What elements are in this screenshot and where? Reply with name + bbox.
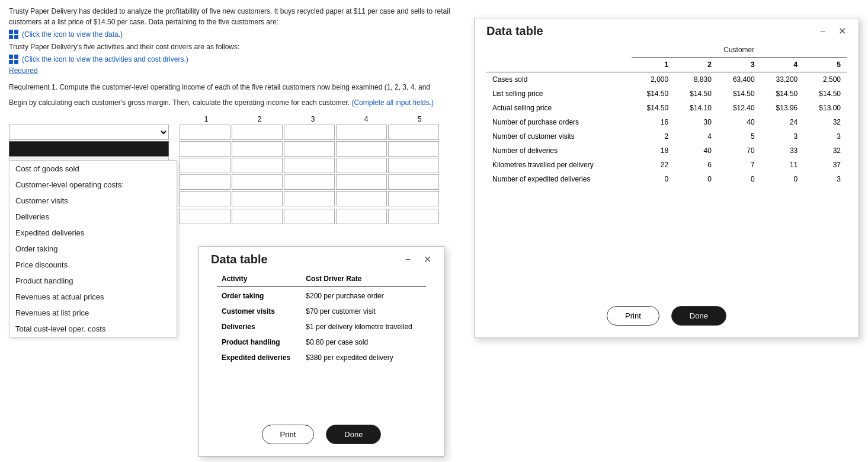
data-table-front-print[interactable]: Print [262,425,315,444]
col-num-3: 3 [718,58,761,72]
data-table-front-footer: Print Done [199,413,444,456]
customer-group-header: Customer [632,43,847,58]
activity-name-1: Customer visits [217,304,301,319]
dropdown-item-ed[interactable]: Expedited deliveries [9,225,177,241]
activity-name-4: Expedited deliveries [217,350,301,365]
row-3-4[interactable] [336,158,387,173]
row-4-4[interactable] [336,174,387,190]
row-3-1[interactable] [180,158,230,173]
row-dark-input-3[interactable] [284,141,335,157]
row-input-1-5[interactable] [388,125,439,140]
data-table-back-row: Number of expedited deliveries00003 [486,172,847,186]
row-select-dropdown[interactable] [9,125,169,140]
row-5-1[interactable] [180,191,230,206]
modal-back-controls: − ✕ [816,24,850,38]
activity-table-wrapper: Activity Cost Driver Rate Order taking$2… [199,271,444,365]
activity-icon-link[interactable]: (Click the icon to view the activities a… [9,55,459,64]
back-cell-2-2: $12.40 [718,101,761,115]
row-3-2[interactable] [232,158,283,173]
row-dark-input-5[interactable] [388,141,439,157]
col-header-3: 3 [286,115,339,123]
row-input-1-4[interactable] [336,125,387,140]
row-5-5[interactable] [388,191,439,206]
back-cell-5-1: 40 [674,144,718,158]
back-cell-0-3: 33,200 [761,72,804,87]
activity-link-text: (Click the icon to view the activities a… [22,55,188,63]
dropdown-item-ph[interactable]: Product handling [9,273,177,289]
row-dark-input-4[interactable] [336,141,387,157]
row-5-3[interactable] [284,191,335,206]
activity-table: Activity Cost Driver Rate Order taking$2… [217,271,426,365]
empty-header [486,43,632,58]
row-4-2[interactable] [232,174,283,190]
dropdown-item-ot[interactable]: Order taking [9,241,177,257]
dropdown-item-tcoc[interactable]: Total cust-level oper. costs [9,321,177,337]
activity-row: Product handling$0.80 per case sold [217,334,426,350]
back-cell-6-0: 22 [632,158,675,172]
activity-table-body: Order taking$200 per purchase orderCusto… [217,287,426,366]
data-table-back-print[interactable]: Print [607,306,659,326]
data-table-back-row: Number of customer visits24533 [486,129,847,144]
dropdown-item-del[interactable]: Deliveries [9,209,177,225]
intro-line2: Trusty Paper Delivery's five activities … [9,42,459,52]
dropdown-item-cogs[interactable]: Cost of goods sold [9,161,177,177]
dropdown-item-pd[interactable]: Price discounts [9,257,177,273]
back-cell-0-4: 2,500 [803,72,847,87]
activity-rate-2: $1 per delivery kilometre travelled [301,319,426,334]
back-cell-3-0: 16 [632,115,675,129]
back-cell-2-4: $13.00 [803,101,847,115]
dropdown-item-rap[interactable]: Revenues at actual prices [9,289,177,305]
row-4-5[interactable] [388,174,439,190]
data-table-back-footer: Print Done [475,294,859,337]
activity-rate-3: $0.80 per case sold [301,334,426,350]
back-cell-2-3: $13.96 [761,101,804,115]
back-cell-3-2: 40 [718,115,761,129]
col-headers: 1 2 3 4 5 [180,115,459,123]
modal-front-minimize[interactable]: − [402,253,414,266]
svg-rect-0 [9,30,13,34]
back-cell-3-4: 32 [803,115,847,129]
back-row-label-6: Kilometres travelled per delivery [486,158,632,172]
row-label-dark-cell [9,141,180,157]
data-table-front-done[interactable]: Done [326,425,381,444]
row-4-1[interactable] [180,174,230,190]
activity-col-header: Activity [217,271,301,287]
row-5-4[interactable] [336,191,387,206]
row-dark-input-2[interactable] [232,141,283,157]
cogs-input-5[interactable] [388,209,439,224]
cogs-input-3[interactable] [284,209,335,224]
activity-row: Deliveries$1 per delivery kilometre trav… [217,319,426,334]
required-link[interactable]: Required [9,66,459,75]
activity-row: Customer visits$70 per customer visit [217,304,426,319]
modal-back-close[interactable]: ✕ [835,24,850,38]
row-4-3[interactable] [284,174,335,190]
back-cell-5-0: 18 [632,144,675,158]
modal-back-minimize[interactable]: − [816,25,829,38]
back-cell-7-0: 0 [632,172,675,186]
svg-rect-7 [14,60,18,64]
back-cell-0-2: 63,400 [718,72,761,87]
data-table-back-titlebar: Data table − ✕ [475,18,859,43]
row-input-1-2[interactable] [232,125,283,140]
row-label-header [486,58,632,72]
activity-rate-1: $70 per customer visit [301,304,426,319]
modal-front-close[interactable]: ✕ [420,253,435,266]
row-3-3[interactable] [284,158,335,173]
cogs-input-1[interactable] [180,209,230,224]
row-3-5[interactable] [388,158,439,173]
activity-row: Order taking$200 per purchase order [217,287,426,304]
data-table-back-done[interactable]: Done [671,306,726,326]
data-table-back-row: Number of purchase orders1630402432 [486,115,847,129]
row-5-2[interactable] [232,191,283,206]
dropdown-item-oc[interactable]: Customer-level operating costs: [9,177,177,193]
row-input-1-3[interactable] [284,125,335,140]
dropdown-item-cv[interactable]: Customer visits [9,193,177,209]
row-input-1-1[interactable] [180,125,230,140]
dropdown-item-rlp[interactable]: Revenues at list price [9,305,177,321]
cogs-input-4[interactable] [336,209,387,224]
activity-row: Expedited deliveries$380 per expedited d… [217,350,426,365]
cogs-input-2[interactable] [232,209,283,224]
col-num-header-row: 1 2 3 4 5 [486,58,847,72]
data-icon-link-1[interactable]: (Click the icon to view the data.) [9,30,459,39]
row-dark-input-1[interactable] [180,141,230,157]
